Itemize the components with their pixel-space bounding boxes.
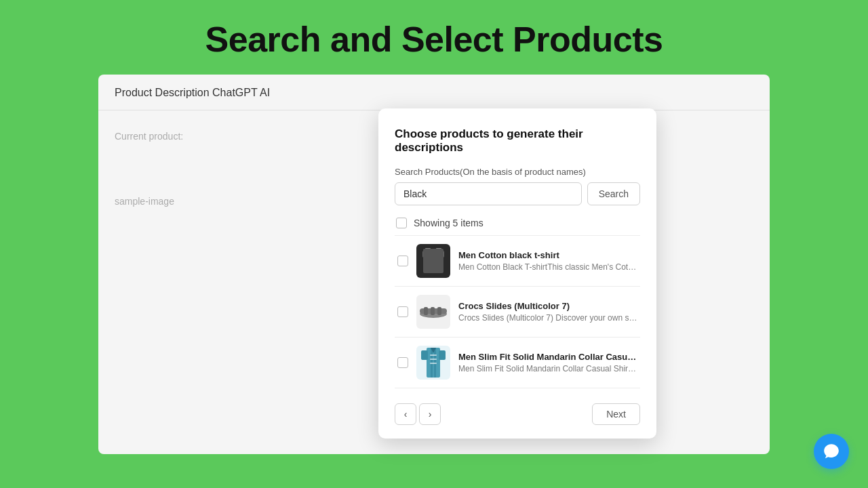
collar-shirt-icon — [421, 348, 446, 378]
pagination-next-button[interactable]: › — [419, 403, 441, 425]
svg-rect-14 — [439, 350, 446, 360]
slides-icon — [418, 304, 448, 319]
tshirt-icon — [422, 248, 444, 274]
list-item: Crocs Slides (Multicolor 7) Crocs Slides… — [395, 287, 640, 338]
svg-rect-4 — [428, 252, 439, 272]
svg-rect-3 — [437, 251, 444, 258]
next-button[interactable]: Next — [592, 403, 640, 425]
svg-rect-5 — [424, 258, 428, 259]
product-name-2: Crocs Slides (Multicolor 7) — [458, 301, 637, 311]
svg-rect-1 — [436, 248, 441, 252]
sample-image-label: sample-image — [115, 196, 264, 207]
product-desc-3: Men Slim Fit Solid Mandarin Collar Casua… — [458, 364, 637, 373]
svg-rect-18 — [430, 354, 437, 356]
product-image-1 — [416, 244, 450, 278]
app-header: Product Description ChatGPT AI — [98, 75, 770, 110]
product-info-3: Men Slim Fit Solid Mandarin Collar Casua… — [458, 352, 637, 373]
product-name-3: Men Slim Fit Solid Mandarin Collar Casua… — [458, 352, 637, 362]
app-container: Product Description ChatGPT AI Current p… — [98, 75, 770, 454]
product-list: Men Cotton black t-shirt Men Cotton Blac… — [395, 235, 640, 388]
search-row: Search — [395, 182, 640, 205]
product-checkbox-3[interactable] — [397, 357, 408, 368]
product-checkbox-2[interactable] — [397, 306, 408, 317]
app-header-title: Product Description ChatGPT AI — [115, 87, 270, 98]
product-image-2 — [416, 295, 450, 329]
svg-rect-9 — [424, 307, 428, 315]
app-body: Current product: sample-image Choose pro… — [98, 110, 770, 227]
modal-title: Choose products to generate their descri… — [395, 127, 640, 155]
svg-rect-20 — [430, 363, 437, 364]
svg-rect-2 — [422, 251, 429, 258]
showing-row: Showing 5 items — [395, 218, 640, 228]
svg-rect-11 — [437, 307, 441, 315]
pagination-prev-button[interactable]: ‹ — [395, 403, 416, 425]
svg-rect-19 — [430, 359, 437, 360]
product-info-1: Men Cotton black t-shirt Men Cotton Blac… — [458, 250, 637, 272]
pagination-buttons: ‹ › — [395, 403, 441, 425]
list-item: Men Cotton black t-shirt Men Cotton Blac… — [395, 236, 640, 287]
list-item: Men Slim Fit Solid Mandarin Collar Casua… — [395, 338, 640, 388]
current-product-label: Current product: — [115, 131, 264, 142]
chat-button[interactable] — [814, 434, 849, 469]
svg-rect-10 — [431, 307, 435, 315]
product-desc-1: Men Cotton Black T-shirtThis classic Men… — [458, 262, 637, 272]
search-input[interactable] — [395, 182, 582, 205]
product-checkbox-1[interactable] — [397, 256, 408, 266]
product-name-1: Men Cotton black t-shirt — [458, 250, 637, 260]
svg-rect-13 — [421, 350, 428, 360]
select-all-checkbox[interactable] — [396, 218, 407, 228]
left-panel: Current product: sample-image — [115, 131, 264, 207]
product-selection-modal: Choose products to generate their descri… — [378, 108, 656, 439]
product-image-3 — [416, 346, 450, 380]
product-desc-2: Crocs Slides (Multicolor 7) Discover you… — [458, 313, 637, 323]
svg-rect-0 — [425, 248, 431, 252]
search-label: Search Products(On the basis of product … — [395, 167, 640, 177]
showing-label: Showing 5 items — [414, 218, 484, 228]
page-title: Search and Select Products — [0, 0, 868, 75]
modal-footer: ‹ › Next — [395, 401, 640, 425]
chat-icon — [823, 443, 840, 460]
search-button[interactable]: Search — [587, 182, 640, 205]
product-info-2: Crocs Slides (Multicolor 7) Crocs Slides… — [458, 301, 637, 323]
svg-rect-6 — [439, 258, 443, 259]
